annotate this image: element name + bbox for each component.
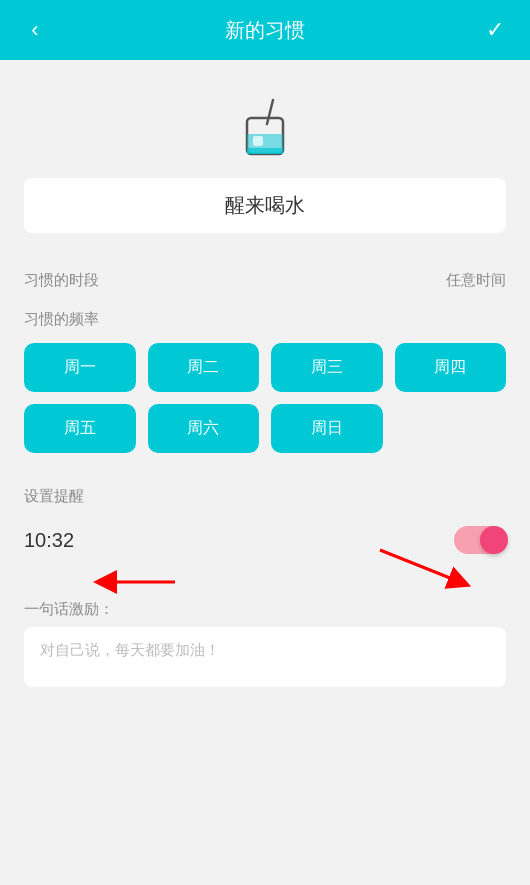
day-friday[interactable]: 周五 xyxy=(24,404,136,453)
motivation-label: 一句话激励： xyxy=(24,590,506,627)
motivation-section: 一句话激励： 对自己说，每天都要加油！ xyxy=(24,590,506,687)
toggle-thumb xyxy=(480,526,508,554)
habit-name: 醒来喝水 xyxy=(225,194,305,216)
motivation-placeholder: 对自己说，每天都要加油！ xyxy=(40,641,220,658)
day-thursday[interactable]: 周四 xyxy=(395,343,507,392)
svg-rect-4 xyxy=(253,136,263,146)
day-saturday[interactable]: 周六 xyxy=(148,404,260,453)
confirm-button[interactable]: ✓ xyxy=(480,17,510,43)
svg-rect-2 xyxy=(247,148,283,154)
svg-line-3 xyxy=(267,100,273,124)
drink-icon xyxy=(229,90,301,162)
day-wednesday[interactable]: 周三 xyxy=(271,343,383,392)
habit-name-container[interactable]: 醒来喝水 xyxy=(24,178,506,233)
reminder-label: 设置提醒 xyxy=(24,481,506,518)
motivation-input[interactable]: 对自己说，每天都要加油！ xyxy=(24,627,506,687)
time-section-label: 习惯的时段 xyxy=(24,271,99,290)
day-empty xyxy=(395,404,507,453)
page-title: 新的习惯 xyxy=(50,17,480,44)
content-area: 醒来喝水 习惯的时段 任意时间 习惯的频率 周一 周二 周三 周四 周五 周六 … xyxy=(0,60,530,687)
time-section-value: 任意时间 xyxy=(446,271,506,290)
day-sunday[interactable]: 周日 xyxy=(271,404,383,453)
back-button[interactable]: ‹ xyxy=(20,17,50,43)
frequency-label: 习惯的频率 xyxy=(24,300,506,343)
days-grid: 周一 周二 周三 周四 周五 周六 周日 xyxy=(24,343,506,453)
time-section-row: 习惯的时段 任意时间 xyxy=(24,261,506,300)
reminder-toggle[interactable] xyxy=(454,526,506,554)
header: ‹ 新的习惯 ✓ xyxy=(0,0,530,60)
day-monday[interactable]: 周一 xyxy=(24,343,136,392)
reminder-row: 10:32 xyxy=(24,518,506,570)
habit-icon-area xyxy=(24,60,506,178)
day-tuesday[interactable]: 周二 xyxy=(148,343,260,392)
reminder-time[interactable]: 10:32 xyxy=(24,529,74,552)
